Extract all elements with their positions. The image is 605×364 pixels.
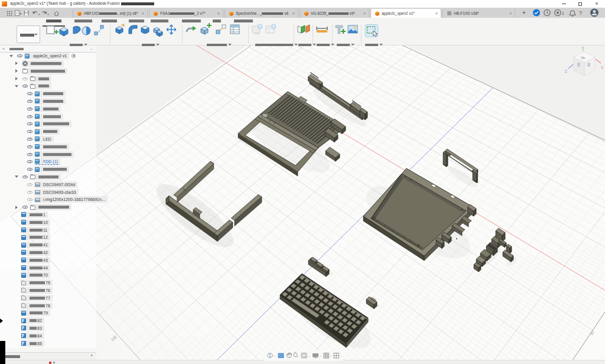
svg-text:Y: Y <box>581 46 584 50</box>
svg-text:X: X <box>601 66 604 70</box>
svg-text:?: ? <box>579 10 582 16</box>
svg-text:Z: Z <box>565 69 567 73</box>
svg-text:1: 1 <box>562 11 564 15</box>
